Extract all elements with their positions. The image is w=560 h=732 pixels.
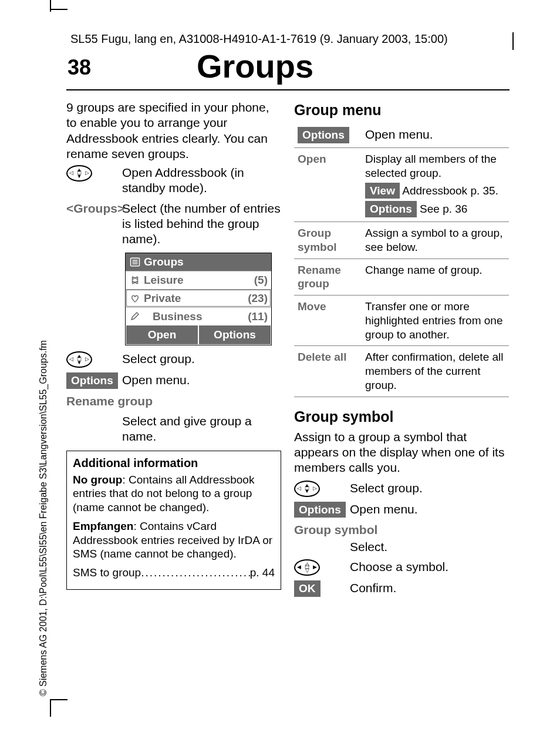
group-menu-table: Options Open menu. Open Display all memb… <box>294 123 509 397</box>
rename-group-label: Rename group <box>66 394 281 409</box>
row-count: (5) <box>254 273 268 287</box>
sms-page: p. 44 <box>250 566 275 580</box>
intro-text: 9 groups are specified in your phone, to… <box>66 100 281 162</box>
list-item: Private (23) <box>126 289 271 307</box>
softkey-options: Options <box>198 325 271 345</box>
move-body: Transfer one or more highlighted entries… <box>362 296 509 346</box>
options-key: Options <box>365 201 417 217</box>
info-box: Additional information No group: Contain… <box>66 451 281 590</box>
open-menu-text: Open menu. <box>350 502 509 517</box>
screen-title: Groups <box>144 255 184 269</box>
left-column: 9 groups are specified in your phone, to… <box>66 100 281 602</box>
open-menu-text: Open menu. <box>362 123 509 147</box>
list-item: Business (11) <box>126 307 271 325</box>
page-number: 38 <box>68 55 91 80</box>
view-key: View <box>365 183 400 199</box>
group-symbol-heading: Group symbol <box>294 408 509 426</box>
copyright: © Siemens AG 2001, D:\Pool\L55\SI55\en F… <box>38 340 49 696</box>
rename-body: Change name of group. <box>362 258 509 296</box>
gs-select: Select. <box>350 539 509 555</box>
select-group-text: Select group. <box>350 481 509 496</box>
nav-key-icon: ▲▼◁▷☐ <box>294 481 320 497</box>
softkey-open: Open <box>126 325 198 345</box>
delete-all-label: Delete all <box>294 346 362 397</box>
groups-tag: <Groups> <box>66 201 124 216</box>
row-count: (11) <box>248 310 268 324</box>
row-name: Leisure <box>144 273 251 287</box>
row-name: Private <box>144 291 245 305</box>
nav-key-icon: △▽◀▶☐ <box>294 559 320 576</box>
confirm-text: Confirm. <box>350 580 509 596</box>
choose-symbol-text: Choose a symbol. <box>350 559 509 575</box>
delete-all-body: After confirmation, delete all members o… <box>362 346 509 397</box>
group-symbol-intro: Assign to a group a symbol that appears … <box>294 429 509 476</box>
row-name: Business <box>144 310 245 324</box>
phone-screen: Groups Leisure (5) Private (23) Business… <box>125 253 272 345</box>
options-key: Options <box>66 372 118 389</box>
group-symbol-label: Group symbol <box>294 222 362 259</box>
options-body: See p. 36 <box>420 203 467 215</box>
move-label: Move <box>294 296 362 346</box>
group-symbol-label: Group symbol <box>294 522 509 538</box>
group-symbol-body: Assign a symbol to a group, see below. <box>362 222 509 259</box>
ok-key: OK <box>294 580 321 597</box>
list-item: Leisure (5) <box>126 271 271 289</box>
open-body: Display all members of the selected grou… <box>365 152 505 180</box>
pen-icon <box>129 311 141 321</box>
sms-label: SMS to group <box>73 566 141 580</box>
open-menu-text: Open menu. <box>122 372 281 388</box>
select-number-text: Select (the number of entries is listed … <box>122 201 281 247</box>
rename-label: Rename group <box>294 258 362 296</box>
page-title: Groups <box>197 47 313 85</box>
rename-group-body: Select and give group a name. <box>122 414 281 445</box>
right-column: Group menu Options Open menu. Open Displ… <box>294 100 509 602</box>
select-group-text: Select group. <box>122 351 281 367</box>
group-menu-heading: Group menu <box>294 101 509 119</box>
options-key: Options <box>298 127 349 143</box>
leisure-icon <box>129 275 141 286</box>
list-icon <box>129 257 141 267</box>
doc-header: SL55 Fugu, lang en, A31008-H4910-A1-1-76… <box>70 32 448 46</box>
open-addressbook-text: Open Addressbook (in standby mode). <box>122 165 281 196</box>
title-rule <box>66 89 510 90</box>
options-key: Options <box>294 502 346 518</box>
heart-icon <box>129 293 141 304</box>
no-group-lead: No group <box>73 474 122 486</box>
open-label: Open <box>294 148 362 222</box>
row-count: (23) <box>248 291 268 305</box>
empfangen-lead: Empfangen <box>73 520 133 532</box>
nav-key-icon: ▲▼◁▷☐ <box>66 351 92 368</box>
view-body: Addressbook p. 35. <box>402 184 498 197</box>
nav-key-icon: ▲▼◁▷☐ <box>66 165 92 182</box>
info-title: Additional information <box>73 456 275 471</box>
